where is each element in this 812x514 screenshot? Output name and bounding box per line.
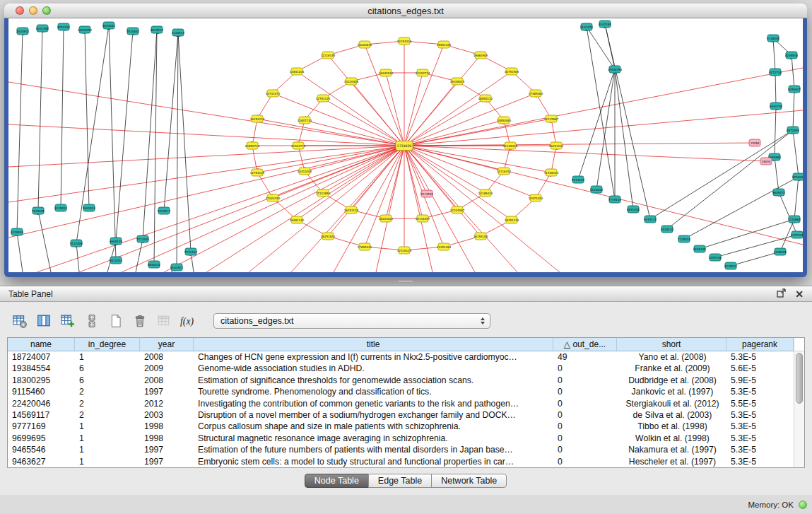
panel-splitter[interactable] — [0, 277, 812, 286]
citation-edge-black[interactable] — [136, 239, 143, 272]
citation-edge-red[interactable] — [404, 110, 803, 146]
citation-edge-black[interactable] — [615, 69, 633, 209]
graph-node[interactable]: 10731073 — [266, 90, 281, 97]
graph-node[interactable]: 8438405 — [774, 248, 787, 255]
graph-node[interactable]: 18351239 — [505, 216, 519, 223]
select-rows-icon[interactable] — [82, 313, 101, 329]
citation-edge-black[interactable] — [587, 27, 615, 199]
graph-node[interactable]: 12416125 — [397, 247, 412, 254]
citation-edge-black[interactable] — [792, 55, 794, 89]
column-header-in_degree[interactable]: in_degree — [75, 338, 140, 351]
table-row[interactable]: 1872400712008Changes of HCN gene express… — [8, 351, 794, 363]
citation-edge-red[interactable] — [305, 120, 404, 146]
graph-node[interactable]: 12216145 — [321, 52, 336, 59]
graph-node[interactable]: 6120513 — [172, 29, 184, 36]
graph-node[interactable]: 8572849 — [787, 127, 799, 134]
citation-edge-black[interactable] — [684, 177, 799, 239]
graph-node[interactable]: 17123853 — [316, 189, 331, 197]
graph-node[interactable]: 17485083 — [529, 90, 543, 97]
graph-node[interactable]: 16326015 — [450, 78, 465, 85]
citation-edge-red[interactable] — [404, 143, 755, 146]
graph-node[interactable]: 5512034 — [110, 257, 122, 264]
citation-edge-red[interactable] — [404, 146, 560, 272]
graph-node[interactable]: 8024134 — [661, 226, 673, 233]
column-header-year[interactable]: year — [140, 338, 194, 351]
column-header-pagerank[interactable]: pagerank — [726, 338, 794, 351]
table-row[interactable]: 911546021997Tourette syndrome. Phenomeno… — [8, 386, 794, 397]
citation-edge-red[interactable] — [404, 119, 551, 146]
graph-node[interactable]: 9135024 — [54, 204, 67, 211]
citation-edge-black[interactable] — [178, 33, 191, 252]
graph-node[interactable]: 11251264 — [437, 243, 452, 250]
citation-edge-black[interactable] — [775, 72, 776, 106]
graph-node[interactable]: 12903712 — [291, 142, 306, 149]
graph-node[interactable]: 9024513 — [158, 207, 170, 214]
graph-node[interactable]: 2020513 — [16, 28, 29, 35]
minimize-window-button[interactable] — [29, 6, 37, 15]
graph-node[interactable]: 1514549 — [420, 190, 433, 197]
graph-node[interactable]: 7135024 — [678, 235, 690, 243]
citation-edge-red[interactable] — [404, 146, 551, 173]
graph-node[interactable]: 8614234 — [151, 26, 163, 33]
graph-node[interactable]: 9245012 — [724, 262, 737, 269]
graph-node[interactable]: 9242185 — [599, 21, 611, 28]
graph-node[interactable]: 12754125 — [250, 169, 265, 176]
graph-node[interactable]: 9272734 — [769, 69, 782, 76]
citation-edge-red[interactable] — [8, 146, 404, 238]
citation-edge-red[interactable] — [305, 146, 404, 171]
graph-node[interactable]: 18220816 — [358, 41, 372, 48]
graph-node[interactable]: 14854083 — [497, 117, 512, 124]
graph-node[interactable]: 12204097 — [450, 206, 465, 214]
network-canvas[interactable]: 1724020162512341221598717485083187515051… — [8, 18, 803, 272]
citation-edge-black[interactable] — [164, 33, 178, 211]
graph-node[interactable]: 20850714 — [245, 142, 260, 149]
citation-edge-red[interactable] — [404, 146, 427, 194]
graph-node[interactable]: 9138405 — [767, 35, 779, 42]
table-row[interactable]: 969969511998Structural magnetic resonanc… — [8, 433, 794, 444]
hub-node[interactable]: 1724020 — [396, 141, 413, 151]
column-header-out_de[interactable]: △ out_de... — [553, 338, 617, 351]
graph-node[interactable]: 12116312 — [497, 168, 512, 175]
graph-node[interactable]: 6220518 — [11, 228, 23, 235]
citation-edge-red[interactable] — [404, 93, 536, 146]
citation-edge-black[interactable] — [17, 31, 23, 232]
citation-edge-black[interactable] — [775, 157, 779, 192]
create-column-icon[interactable] — [58, 313, 77, 329]
graph-node[interactable]: 12108416 — [503, 142, 518, 149]
graph-node[interactable]: 17024153 — [266, 194, 281, 201]
graph-node[interactable]: 9327394 — [791, 231, 803, 238]
table-select-combo[interactable]: citations_edges.txt — [213, 313, 490, 329]
table-row[interactable]: 977716911998Corpus callosum shape and si… — [8, 421, 794, 432]
graph-node[interactable]: 14410205 — [298, 168, 312, 175]
tab-edge-table[interactable]: Edge Table — [368, 474, 432, 488]
table-column-settings-icon[interactable] — [10, 313, 29, 329]
graph-node[interactable]: 19861905 — [473, 52, 488, 59]
table-row[interactable]: 946554611997Estimation of the future num… — [8, 444, 794, 455]
graph-node[interactable]: 15651225 — [437, 41, 452, 48]
citation-edge-black[interactable] — [700, 219, 794, 249]
citation-edge-black[interactable] — [794, 177, 799, 219]
citation-edge-black[interactable] — [17, 232, 23, 272]
citation-edge-red[interactable] — [323, 98, 404, 146]
graph-node[interactable]: 12752125 — [316, 95, 331, 102]
graph-node[interactable]: 8350627 — [788, 86, 801, 93]
citation-edge-red[interactable] — [404, 120, 504, 146]
graph-node[interactable]: 11548103 — [544, 169, 559, 176]
citation-edge-red[interactable] — [365, 45, 404, 146]
column-header-title[interactable]: title — [194, 338, 553, 351]
graph-node[interactable]: 7024105 — [32, 207, 45, 214]
citation-edge-red[interactable] — [404, 146, 486, 193]
graph-node[interactable]: 9461738 — [770, 103, 782, 110]
graph-node[interactable]: 18853112 — [478, 95, 493, 102]
graph-node[interactable]: 8249516 — [785, 52, 798, 59]
zoom-window-button[interactable] — [42, 6, 51, 15]
graph-node[interactable]: 12841204 — [290, 68, 305, 75]
table-scrollbar[interactable] — [794, 338, 804, 467]
graph-node[interactable]: 7719134 — [608, 196, 621, 203]
network-window[interactable]: citations_edges.txt 17240201625123412215… — [4, 4, 807, 277]
network-graph[interactable]: 1724020162512341221598717485083187515051… — [8, 18, 803, 272]
citation-edge-black[interactable] — [779, 192, 797, 235]
graph-node[interactable]: 9513204 — [572, 176, 584, 183]
graph-node[interactable]: 9415113 — [644, 216, 657, 223]
citation-edge-black[interactable] — [605, 24, 650, 219]
